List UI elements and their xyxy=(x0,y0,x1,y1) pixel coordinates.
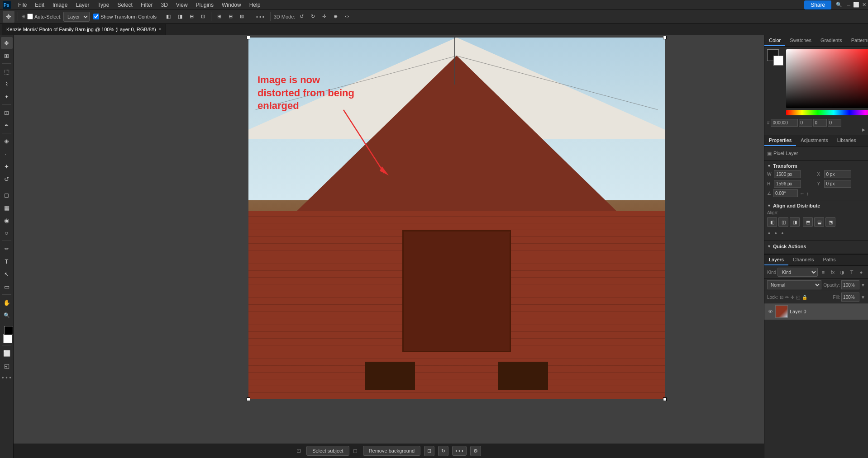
menu-edit[interactable]: Edit xyxy=(31,1,48,9)
r-input[interactable] xyxy=(799,119,812,127)
align-top-edge-btn[interactable]: ⬒ xyxy=(803,217,813,227)
select-subject-btn[interactable]: Select subject xyxy=(306,446,349,456)
auto-select-checkbox[interactable]: Auto-Select: xyxy=(27,14,62,19)
clone-stamp-tool[interactable]: ✦ xyxy=(1,161,13,172)
more-options-btn[interactable]: • • • xyxy=(253,12,267,22)
menu-view[interactable]: View xyxy=(172,1,191,9)
handle-bl[interactable] xyxy=(247,397,250,401)
align-left-btn[interactable]: ◧ xyxy=(163,12,173,22)
lock-brush-btn[interactable]: ✏ xyxy=(785,295,789,300)
tab-gradients[interactable]: Gradients xyxy=(816,35,847,46)
background-swatch[interactable] xyxy=(773,56,783,66)
tab-adjustments[interactable]: Adjustments xyxy=(796,135,833,146)
tab-color[interactable]: Color xyxy=(764,35,785,46)
foreground-color[interactable] xyxy=(4,326,13,335)
path-selection-tool[interactable]: ↖ xyxy=(1,268,13,280)
show-transform-checkbox[interactable]: Show Transform Controls xyxy=(93,14,157,19)
menu-3d[interactable]: 3D xyxy=(157,1,171,9)
shape-tool[interactable]: ▭ xyxy=(1,281,13,293)
opacity-input[interactable] xyxy=(841,280,859,289)
share-button[interactable]: Share xyxy=(804,0,831,9)
eraser-tool[interactable]: ◻ xyxy=(1,189,13,201)
healing-tool[interactable]: ⊕ xyxy=(1,135,13,147)
quick-actions-header[interactable]: ▼ Quick Actions xyxy=(767,244,865,249)
tab-properties[interactable]: Properties xyxy=(764,135,796,146)
angle-input[interactable] xyxy=(773,189,798,197)
handle-tl[interactable] xyxy=(247,36,250,39)
handle-tr[interactable] xyxy=(663,36,667,39)
pan-3d-btn[interactable]: ✛ xyxy=(320,12,329,22)
tab-patterns[interactable]: Patterns xyxy=(847,35,868,46)
align-h-center-btn[interactable]: ◫ xyxy=(778,217,788,227)
artboard-tool[interactable]: ⊞ xyxy=(1,50,13,61)
minimize-button[interactable]: ─ xyxy=(847,2,850,8)
menu-select[interactable]: Select xyxy=(114,1,136,9)
tab-layers[interactable]: Layers xyxy=(764,255,788,265)
close-button[interactable]: ✕ xyxy=(862,2,866,8)
lock-transparent-btn[interactable]: ⊡ xyxy=(780,295,783,300)
menu-filter[interactable]: Filter xyxy=(137,1,157,9)
flip-v-btn[interactable]: ↕ xyxy=(806,191,809,196)
scale-3d-btn[interactable]: ⇔ xyxy=(342,12,352,22)
align-header[interactable]: ▼ Align and Distribute xyxy=(767,203,865,208)
menu-window[interactable]: Window xyxy=(218,1,245,9)
align-right-edge-btn[interactable]: ◨ xyxy=(790,217,800,227)
layers-kind-select[interactable]: Kind xyxy=(777,268,818,277)
layers-fx-btn[interactable]: fx xyxy=(829,268,837,276)
menu-help[interactable]: Help xyxy=(246,1,264,9)
tab-paths[interactable]: Paths xyxy=(819,255,840,265)
move-tool[interactable]: ✥ xyxy=(1,37,13,49)
menu-file[interactable]: File xyxy=(14,1,30,9)
more-actions-btn[interactable]: • • • xyxy=(452,446,467,456)
layers-type-btn[interactable]: T xyxy=(848,268,856,276)
hand-tool[interactable]: ✋ xyxy=(1,297,13,308)
restore-button[interactable]: ⬜ xyxy=(853,2,859,8)
align-v-center-btn[interactable]: ⬓ xyxy=(814,217,824,227)
slide-3d-btn[interactable]: ⊕ xyxy=(331,12,340,22)
hue-slider[interactable] xyxy=(786,110,868,115)
gradient-tool[interactable]: ▦ xyxy=(1,202,13,213)
screen-mode-btn[interactable]: ◱ xyxy=(1,360,13,372)
color-panel-arrow[interactable]: ▶ xyxy=(767,127,865,132)
zoom-tool[interactable]: 🔍 xyxy=(1,309,13,321)
align-bottom-edge-btn[interactable]: ⬔ xyxy=(825,217,835,227)
align-right-btn[interactable]: ⊟ xyxy=(187,12,196,22)
lock-all-btn[interactable]: 🔒 xyxy=(802,295,807,300)
transform-header[interactable]: ▼ Transform xyxy=(767,163,865,169)
blur-tool[interactable]: ◉ xyxy=(1,214,13,226)
dist-gap-btn[interactable]: ⊠ xyxy=(237,12,247,22)
dist-vertical-btn[interactable]: ⊟ xyxy=(226,12,235,22)
tab-channels[interactable]: Channels xyxy=(788,255,818,265)
document-tab[interactable]: Kenzie Morris' Photo of Family Barn.jpg … xyxy=(2,24,166,35)
crop-tool[interactable]: ⊡ xyxy=(1,107,13,118)
brush-tool[interactable]: ⌐ xyxy=(1,148,13,160)
width-input[interactable] xyxy=(774,170,801,178)
color-picker-gradient[interactable] xyxy=(786,49,868,108)
expand-canvas-btn[interactable]: ⊡ xyxy=(424,446,434,456)
lock-move-btn[interactable]: ✛ xyxy=(791,295,794,300)
x-input[interactable] xyxy=(824,170,851,178)
background-color[interactable] xyxy=(3,334,12,343)
menu-layer[interactable]: Layer xyxy=(72,1,93,9)
hex-input[interactable] xyxy=(771,119,798,127)
rotate-3d-btn[interactable]: ↺ xyxy=(297,12,306,22)
more-tools-btn[interactable]: • • • xyxy=(2,374,11,381)
align-center-btn[interactable]: ◨ xyxy=(175,12,185,22)
rotate-btn[interactable]: ↻ xyxy=(438,446,448,456)
dodge-tool[interactable]: ○ xyxy=(1,227,13,239)
layer-visibility-toggle[interactable]: 👁 xyxy=(767,308,773,315)
fill-arrow[interactable]: ▼ xyxy=(861,295,865,300)
lasso-tool[interactable]: ⌇ xyxy=(1,78,13,90)
lock-artboard-btn[interactable]: ◱ xyxy=(796,295,800,300)
layer-0-item[interactable]: 👁 Layer 0 xyxy=(764,303,868,320)
dist-horizontal-btn[interactable]: ⊞ xyxy=(215,12,224,22)
layers-adj-btn[interactable]: ◑ xyxy=(838,268,846,276)
search-icon[interactable]: 🔍 xyxy=(836,2,842,8)
type-tool[interactable]: T xyxy=(1,255,13,267)
handle-br[interactable] xyxy=(663,397,667,401)
fill-input[interactable] xyxy=(841,293,859,302)
align-more-btn[interactable]: • • • xyxy=(767,229,865,238)
eyedropper-tool[interactable]: ✒ xyxy=(1,119,13,131)
quick-select-tool[interactable]: ✦ xyxy=(1,91,13,103)
menu-plugins[interactable]: Plugins xyxy=(192,1,217,9)
